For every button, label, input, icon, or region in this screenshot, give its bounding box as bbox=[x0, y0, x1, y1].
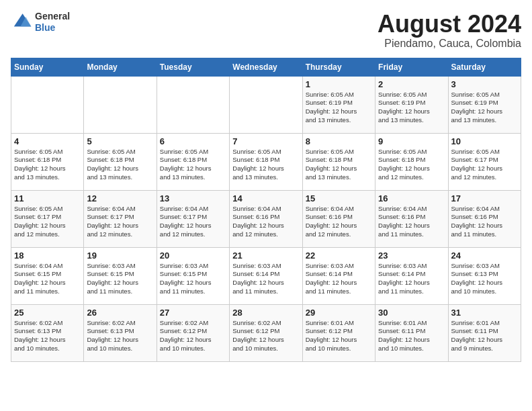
day-number: 31 bbox=[451, 308, 518, 318]
day-number: 20 bbox=[160, 250, 226, 261]
day-number: 15 bbox=[306, 193, 372, 203]
day-info: Sunrise: 6:02 AM Sunset: 6:13 PM Dayligh… bbox=[14, 319, 81, 353]
day-number: 22 bbox=[306, 250, 372, 261]
day-header-saturday: Saturday bbox=[448, 58, 521, 76]
calendar-cell: 30Sunrise: 6:01 AM Sunset: 6:11 PM Dayli… bbox=[375, 304, 448, 361]
day-number: 10 bbox=[451, 136, 518, 146]
calendar-cell: 21Sunrise: 6:03 AM Sunset: 6:14 PM Dayli… bbox=[230, 247, 302, 304]
calendar-cell bbox=[84, 76, 157, 133]
day-number: 24 bbox=[451, 250, 518, 261]
day-info: Sunrise: 6:04 AM Sunset: 6:16 PM Dayligh… bbox=[232, 205, 299, 239]
day-number: 21 bbox=[232, 250, 299, 261]
logo-text: General Blue bbox=[35, 11, 70, 34]
day-info: Sunrise: 6:03 AM Sunset: 6:15 PM Dayligh… bbox=[87, 262, 153, 296]
calendar-cell: 13Sunrise: 6:04 AM Sunset: 6:17 PM Dayli… bbox=[157, 190, 229, 247]
calendar-cell: 28Sunrise: 6:02 AM Sunset: 6:12 PM Dayli… bbox=[230, 304, 302, 361]
day-info: Sunrise: 6:04 AM Sunset: 6:15 PM Dayligh… bbox=[14, 262, 81, 296]
day-info: Sunrise: 6:01 AM Sunset: 6:12 PM Dayligh… bbox=[306, 319, 372, 353]
day-info: Sunrise: 6:05 AM Sunset: 6:17 PM Dayligh… bbox=[451, 148, 518, 182]
calendar-cell: 17Sunrise: 6:04 AM Sunset: 6:16 PM Dayli… bbox=[448, 190, 521, 247]
calendar-cell: 22Sunrise: 6:03 AM Sunset: 6:14 PM Dayli… bbox=[302, 247, 375, 304]
logo: General Blue bbox=[11, 11, 70, 34]
calendar-cell bbox=[230, 76, 302, 133]
calendar-cell: 4Sunrise: 6:05 AM Sunset: 6:18 PM Daylig… bbox=[11, 133, 84, 190]
calendar-cell: 20Sunrise: 6:03 AM Sunset: 6:15 PM Dayli… bbox=[157, 247, 229, 304]
calendar-cell: 26Sunrise: 6:02 AM Sunset: 6:13 PM Dayli… bbox=[84, 304, 157, 361]
calendar-cell: 23Sunrise: 6:03 AM Sunset: 6:14 PM Dayli… bbox=[375, 247, 448, 304]
logo-icon bbox=[11, 11, 32, 33]
day-number: 29 bbox=[306, 308, 372, 318]
calendar-cell: 24Sunrise: 6:03 AM Sunset: 6:13 PM Dayli… bbox=[448, 247, 521, 304]
calendar-cell: 3Sunrise: 6:05 AM Sunset: 6:19 PM Daylig… bbox=[448, 76, 521, 133]
day-info: Sunrise: 6:05 AM Sunset: 6:19 PM Dayligh… bbox=[378, 91, 445, 125]
day-info: Sunrise: 6:04 AM Sunset: 6:16 PM Dayligh… bbox=[378, 205, 445, 239]
calendar-cell: 19Sunrise: 6:03 AM Sunset: 6:15 PM Dayli… bbox=[84, 247, 157, 304]
day-info: Sunrise: 6:02 AM Sunset: 6:12 PM Dayligh… bbox=[232, 319, 299, 353]
day-number: 4 bbox=[14, 136, 81, 146]
calendar-week-5: 25Sunrise: 6:02 AM Sunset: 6:13 PM Dayli… bbox=[11, 304, 521, 361]
day-number: 14 bbox=[232, 193, 299, 203]
calendar-cell: 8Sunrise: 6:05 AM Sunset: 6:18 PM Daylig… bbox=[302, 133, 375, 190]
day-info: Sunrise: 6:03 AM Sunset: 6:14 PM Dayligh… bbox=[306, 262, 372, 296]
day-info: Sunrise: 6:05 AM Sunset: 6:19 PM Dayligh… bbox=[306, 91, 372, 125]
calendar-cell: 10Sunrise: 6:05 AM Sunset: 6:17 PM Dayli… bbox=[448, 133, 521, 190]
calendar-week-4: 18Sunrise: 6:04 AM Sunset: 6:15 PM Dayli… bbox=[11, 247, 521, 304]
calendar-cell: 9Sunrise: 6:05 AM Sunset: 6:18 PM Daylig… bbox=[375, 133, 448, 190]
day-number: 3 bbox=[451, 79, 518, 89]
calendar-cell: 16Sunrise: 6:04 AM Sunset: 6:16 PM Dayli… bbox=[375, 190, 448, 247]
day-info: Sunrise: 6:03 AM Sunset: 6:13 PM Dayligh… bbox=[451, 262, 518, 296]
calendar-cell: 31Sunrise: 6:01 AM Sunset: 6:11 PM Dayli… bbox=[448, 304, 521, 361]
day-number: 8 bbox=[306, 136, 372, 146]
calendar-cell: 29Sunrise: 6:01 AM Sunset: 6:12 PM Dayli… bbox=[302, 304, 375, 361]
day-header-thursday: Thursday bbox=[302, 58, 375, 76]
day-info: Sunrise: 6:05 AM Sunset: 6:18 PM Dayligh… bbox=[14, 148, 81, 182]
calendar-cell: 1Sunrise: 6:05 AM Sunset: 6:19 PM Daylig… bbox=[302, 76, 375, 133]
day-info: Sunrise: 6:03 AM Sunset: 6:14 PM Dayligh… bbox=[232, 262, 299, 296]
day-info: Sunrise: 6:02 AM Sunset: 6:12 PM Dayligh… bbox=[160, 319, 226, 353]
calendar-cell bbox=[11, 76, 84, 133]
day-info: Sunrise: 6:03 AM Sunset: 6:15 PM Dayligh… bbox=[160, 262, 226, 296]
day-number: 23 bbox=[378, 250, 445, 261]
calendar-cell: 15Sunrise: 6:04 AM Sunset: 6:16 PM Dayli… bbox=[302, 190, 375, 247]
day-info: Sunrise: 6:01 AM Sunset: 6:11 PM Dayligh… bbox=[451, 319, 518, 353]
day-info: Sunrise: 6:05 AM Sunset: 6:18 PM Dayligh… bbox=[378, 148, 445, 182]
day-info: Sunrise: 6:05 AM Sunset: 6:18 PM Dayligh… bbox=[160, 148, 226, 182]
day-info: Sunrise: 6:03 AM Sunset: 6:14 PM Dayligh… bbox=[378, 262, 445, 296]
day-info: Sunrise: 6:04 AM Sunset: 6:16 PM Dayligh… bbox=[306, 205, 372, 239]
day-info: Sunrise: 6:04 AM Sunset: 6:17 PM Dayligh… bbox=[87, 205, 153, 239]
day-number: 27 bbox=[160, 308, 226, 318]
calendar-cell: 11Sunrise: 6:05 AM Sunset: 6:17 PM Dayli… bbox=[11, 190, 84, 247]
calendar-cell: 14Sunrise: 6:04 AM Sunset: 6:16 PM Dayli… bbox=[230, 190, 302, 247]
calendar-cell: 18Sunrise: 6:04 AM Sunset: 6:15 PM Dayli… bbox=[11, 247, 84, 304]
page-header: General Blue August 2024 Piendamo, Cauca… bbox=[11, 11, 521, 50]
calendar-table: SundayMondayTuesdayWednesdayThursdayFrid… bbox=[11, 58, 521, 362]
day-number: 28 bbox=[232, 308, 299, 318]
calendar-cell bbox=[157, 76, 229, 133]
day-number: 13 bbox=[160, 193, 226, 203]
day-number: 12 bbox=[87, 193, 153, 203]
calendar-week-2: 4Sunrise: 6:05 AM Sunset: 6:18 PM Daylig… bbox=[11, 133, 521, 190]
day-number: 5 bbox=[87, 136, 153, 146]
month-year: August 2024 bbox=[378, 11, 521, 38]
day-number: 9 bbox=[378, 136, 445, 146]
day-number: 30 bbox=[378, 308, 445, 318]
calendar-cell: 25Sunrise: 6:02 AM Sunset: 6:13 PM Dayli… bbox=[11, 304, 84, 361]
day-info: Sunrise: 6:01 AM Sunset: 6:11 PM Dayligh… bbox=[378, 319, 445, 353]
day-number: 26 bbox=[87, 308, 153, 318]
day-info: Sunrise: 6:04 AM Sunset: 6:16 PM Dayligh… bbox=[451, 205, 518, 239]
calendar-cell: 5Sunrise: 6:05 AM Sunset: 6:18 PM Daylig… bbox=[84, 133, 157, 190]
day-number: 16 bbox=[378, 193, 445, 203]
calendar-cell: 7Sunrise: 6:05 AM Sunset: 6:18 PM Daylig… bbox=[230, 133, 302, 190]
day-header-sunday: Sunday bbox=[11, 58, 84, 76]
day-info: Sunrise: 6:05 AM Sunset: 6:18 PM Dayligh… bbox=[306, 148, 372, 182]
location: Piendamo, Cauca, Colombia bbox=[378, 38, 521, 50]
day-info: Sunrise: 6:04 AM Sunset: 6:17 PM Dayligh… bbox=[160, 205, 226, 239]
calendar-cell: 2Sunrise: 6:05 AM Sunset: 6:19 PM Daylig… bbox=[375, 76, 448, 133]
day-headers-row: SundayMondayTuesdayWednesdayThursdayFrid… bbox=[11, 58, 521, 76]
title-area: August 2024 Piendamo, Cauca, Colombia bbox=[378, 11, 521, 50]
day-info: Sunrise: 6:05 AM Sunset: 6:18 PM Dayligh… bbox=[232, 148, 299, 182]
day-number: 1 bbox=[306, 79, 372, 89]
day-info: Sunrise: 6:02 AM Sunset: 6:13 PM Dayligh… bbox=[87, 319, 153, 353]
day-info: Sunrise: 6:05 AM Sunset: 6:18 PM Dayligh… bbox=[87, 148, 153, 182]
day-info: Sunrise: 6:05 AM Sunset: 6:19 PM Dayligh… bbox=[451, 91, 518, 125]
